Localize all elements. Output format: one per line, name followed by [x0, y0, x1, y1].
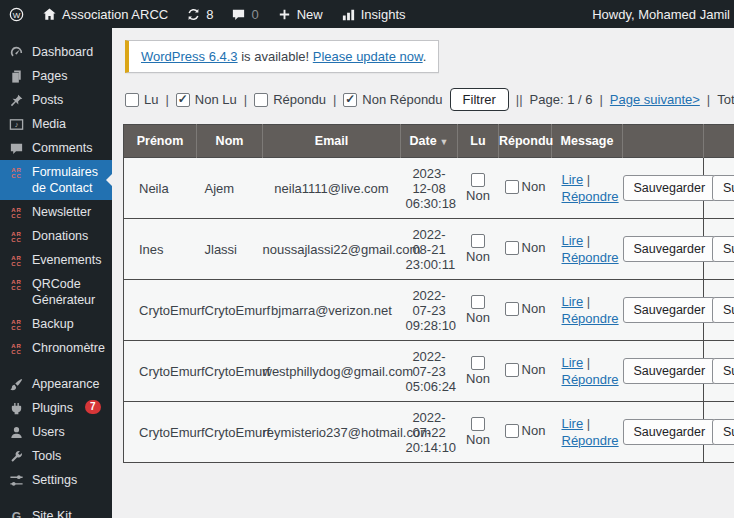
filter-non-repondu[interactable]: Non Répondu: [343, 92, 442, 107]
update-notice: WordPress 6.4.3 is available! Please upd…: [125, 40, 439, 73]
cell-message: Lire | Répondre: [552, 341, 623, 402]
lu-checkbox[interactable]: [471, 173, 485, 187]
sidebar-item-pages[interactable]: Pages: [0, 64, 112, 88]
cell-repondu: Non: [499, 158, 552, 219]
cell-prenom: CrytoEmurf: [124, 402, 197, 463]
sidebar-item-posts[interactable]: Posts: [0, 88, 112, 112]
filtrer-button[interactable]: Filtrer: [450, 88, 509, 111]
sidebar-item-evenements[interactable]: ARCC Evenements: [0, 248, 112, 272]
non-lu-filter-checkbox[interactable]: [176, 93, 190, 107]
repondu-checkbox[interactable]: [505, 302, 519, 316]
updates-menu[interactable]: 8: [177, 0, 222, 28]
sidebar-item-label: Donations: [32, 228, 88, 244]
bar-chart-icon: [341, 7, 356, 22]
next-page-link[interactable]: Page suivante>: [610, 92, 700, 107]
sidebar-item-newsletter[interactable]: ARCC Newsletter: [0, 200, 112, 224]
repondu-checkbox[interactable]: [505, 363, 519, 377]
sidebar-item-label: Comments: [32, 140, 92, 156]
repondre-link[interactable]: Répondre: [562, 250, 619, 265]
repondu-checkbox[interactable]: [505, 424, 519, 438]
paintbrush-icon: [9, 377, 24, 392]
repondre-link[interactable]: Répondre: [562, 311, 619, 326]
repondre-link[interactable]: Répondre: [562, 372, 619, 387]
header-date[interactable]: Date▼: [401, 125, 458, 158]
site-name-menu[interactable]: Association ARCC: [33, 0, 177, 28]
sauvegarder-button[interactable]: Sauvegarder: [623, 358, 717, 384]
lire-link[interactable]: Lire: [562, 172, 584, 187]
table-header-row: Prénom Nom Email Date▼ Lu Répondu Messag…: [124, 125, 734, 158]
sidebar-item-comments[interactable]: Comments: [0, 136, 112, 160]
lu-filter-checkbox[interactable]: [125, 93, 139, 107]
cell-email: neila1111@live.com: [263, 158, 401, 219]
supprimer-button[interactable]: Supprimer: [712, 236, 734, 262]
repondu-checkbox[interactable]: [505, 241, 519, 255]
non-repondu-filter-checkbox[interactable]: [343, 93, 357, 107]
supprimer-button[interactable]: Supprimer: [712, 358, 734, 384]
sidebar-item-qrcode-generateur[interactable]: ARCC QRCode Générateur: [0, 272, 112, 312]
cell-repondu: Non: [499, 341, 552, 402]
sidebar-item-appearance[interactable]: Appearance: [0, 372, 112, 396]
repondre-link[interactable]: Répondre: [562, 189, 619, 204]
repondre-link[interactable]: Répondre: [562, 433, 619, 448]
lire-link[interactable]: Lire: [562, 233, 584, 248]
sidebar-item-users[interactable]: Users: [0, 420, 112, 444]
new-menu[interactable]: New: [268, 0, 332, 28]
plugins-update-badge: 7: [85, 400, 101, 414]
arcc-plugin-icon: ARCC: [9, 277, 24, 292]
sauvegarder-button[interactable]: Sauvegarder: [623, 419, 717, 445]
cell-date: 2023-12-0806:30:18: [401, 158, 458, 219]
cell-repondu: Non: [499, 280, 552, 341]
sauvegarder-button[interactable]: Sauvegarder: [623, 236, 717, 262]
sidebar-item-backup[interactable]: ARCC Backup: [0, 312, 112, 336]
filter-lu[interactable]: Lu: [125, 92, 158, 107]
howdy-account-menu[interactable]: Howdy, Mohamed Jamil: [592, 7, 734, 22]
supprimer-button[interactable]: Supprimer: [712, 419, 734, 445]
sidebar-item-label: Posts: [32, 92, 63, 108]
lire-link[interactable]: Lire: [562, 294, 584, 309]
lu-checkbox[interactable]: [471, 295, 485, 309]
cell-message: Lire | Répondre: [552, 219, 623, 280]
sidebar-item-label: Backup: [32, 316, 74, 332]
lu-checkbox[interactable]: [471, 234, 485, 248]
lire-link[interactable]: Lire: [562, 355, 584, 370]
sidebar-item-dashboard[interactable]: Dashboard: [0, 40, 112, 64]
cell-message: Lire | Répondre: [552, 280, 623, 341]
repondu-checkbox[interactable]: [505, 180, 519, 194]
sauvegarder-button[interactable]: Sauvegarder: [623, 175, 717, 201]
lu-checkbox[interactable]: [471, 417, 485, 431]
lire-link[interactable]: Lire: [562, 416, 584, 431]
sidebar-item-label: Settings: [32, 472, 77, 488]
sauvegarder-button[interactable]: Sauvegarder: [623, 297, 717, 323]
comments-menu[interactable]: 0: [222, 0, 267, 28]
filter-non-lu[interactable]: Non Lu: [176, 92, 237, 107]
wordpress-logo[interactable]: W: [0, 0, 33, 28]
cell-save: Sauvegarder: [623, 280, 704, 341]
header-save: [623, 125, 704, 158]
pages-icon: [9, 69, 24, 84]
site-name: Association ARCC: [62, 7, 168, 22]
supprimer-button[interactable]: Supprimer: [712, 297, 734, 323]
sidebar-item-donations[interactable]: ARCC Donations: [0, 224, 112, 248]
sidebar-item-tools[interactable]: Tools: [0, 444, 112, 468]
arcc-plugin-icon: ARCC: [9, 253, 24, 268]
sidebar-item-plugins[interactable]: Plugins 7: [0, 396, 112, 420]
filter-repondu[interactable]: Répondu: [254, 92, 326, 107]
header-nom: Nom: [197, 125, 263, 158]
sidebar-item-formulaires-de-contact[interactable]: ARCC Formulaires de Contact: [0, 160, 112, 200]
cell-nom: Ajem: [197, 158, 263, 219]
sidebar-item-label: Pages: [32, 68, 67, 84]
lu-checkbox[interactable]: [471, 356, 485, 370]
sidebar-item-settings[interactable]: Settings: [0, 468, 112, 492]
sidebar-item-media[interactable]: ♪ Media: [0, 112, 112, 136]
repondu-filter-checkbox[interactable]: [254, 93, 268, 107]
sidebar-item-chronometre[interactable]: ARCC Chronomètre: [0, 336, 112, 360]
wordpress-version-link[interactable]: WordPress 6.4.3: [141, 49, 238, 64]
arcc-plugin-icon: ARCC: [9, 205, 24, 220]
cell-message: Lire | Répondre: [552, 402, 623, 463]
supprimer-button[interactable]: Supprimer: [712, 175, 734, 201]
sidebar-item-site-kit[interactable]: G Site Kit: [0, 504, 112, 518]
insights-menu[interactable]: Insights: [332, 0, 415, 28]
table-row: CrytoEmurf CrytoEmurf reymisterio237@hot…: [124, 402, 734, 463]
update-now-link[interactable]: Please update now: [313, 49, 423, 64]
cell-save: Sauvegarder: [623, 219, 704, 280]
